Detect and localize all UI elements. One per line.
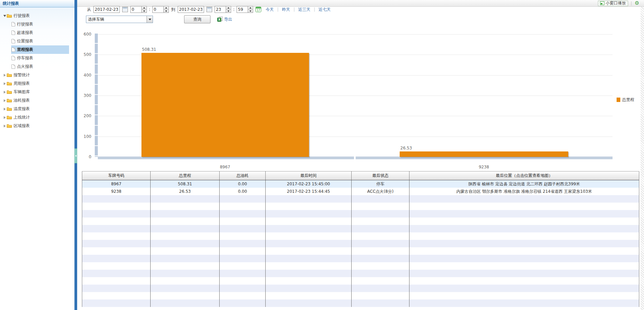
- quick-link-yesterday[interactable]: 昨天: [282, 7, 290, 13]
- chevron-right-icon[interactable]: [4, 116, 6, 119]
- chart-legend: 总里程: [617, 97, 634, 103]
- to-minute-down-button[interactable]: [248, 9, 253, 13]
- to-date-calendar-icon[interactable]: [206, 7, 212, 12]
- tree-folder-报警统计[interactable]: 报警统计: [0, 71, 74, 79]
- tree-folder-油耗报表[interactable]: 油耗报表: [0, 96, 74, 105]
- to-date-input[interactable]: [178, 6, 204, 13]
- table-cell: [266, 292, 352, 299]
- table-cell: [266, 255, 352, 262]
- table-cell: [151, 299, 220, 307]
- chevron-down-icon[interactable]: [3, 15, 6, 17]
- from-date-calendar-icon[interactable]: [122, 7, 128, 12]
- to-minute-up-button[interactable]: [248, 6, 253, 9]
- table-row-9238[interactable]: 923826.530.002017-02-23 15:44:45ACC点火(8分…: [82, 188, 639, 195]
- chevron-right-icon[interactable]: [4, 99, 6, 102]
- from-minute-up-button[interactable]: [164, 6, 169, 9]
- table-cell: 2017-02-23 15:44:45: [266, 188, 352, 195]
- export-button[interactable]: X 导出: [217, 17, 232, 22]
- legend-swatch: [617, 98, 620, 102]
- quick-link-last7days[interactable]: 近七天: [318, 7, 331, 13]
- table-cell: [352, 247, 409, 255]
- table-cell: [266, 203, 352, 210]
- category-label: 8967: [208, 165, 242, 169]
- gear-icon[interactable]: ⚙: [635, 1, 639, 6]
- table-cell: [220, 240, 266, 247]
- document-icon: [12, 47, 15, 52]
- table-cell: [151, 277, 220, 285]
- to-hour-up-button[interactable]: [226, 6, 231, 9]
- table-cell: [352, 195, 409, 203]
- sidebar-splitter[interactable]: [74, 0, 77, 310]
- bar-9238[interactable]: [400, 151, 568, 157]
- resize-strip[interactable]: [641, 7, 644, 310]
- chevron-right-icon[interactable]: [4, 125, 6, 127]
- small-window-play-button[interactable]: 小窗口播放: [598, 1, 628, 6]
- from-hour-up-button[interactable]: [142, 6, 147, 9]
- table-cell: [266, 210, 352, 218]
- from-date-input[interactable]: [93, 6, 120, 13]
- from-hour-input[interactable]: [130, 6, 142, 13]
- table-cell: [220, 285, 266, 292]
- table-cell: [266, 262, 352, 270]
- column-header: 最后时间: [266, 171, 352, 180]
- table-cell: [151, 203, 220, 210]
- table-cell: [220, 232, 266, 240]
- quick-link-last3days[interactable]: 近三天: [298, 7, 310, 13]
- y-axis-tick-label: 600: [79, 32, 91, 37]
- tree-leaf-超速报表[interactable]: 超速报表: [0, 28, 74, 37]
- category-label: 9238: [467, 165, 501, 169]
- time-colon: :: [233, 7, 235, 12]
- tree-leaf-停车报表[interactable]: 停车报表: [0, 54, 74, 62]
- empty-table-row: [82, 277, 639, 285]
- tree-folder-周期报表[interactable]: 周期报表: [0, 79, 74, 88]
- to-hour-down-button[interactable]: [226, 9, 231, 13]
- folder-icon: [7, 90, 12, 94]
- empty-table-row: [82, 195, 639, 203]
- last-position-cell[interactable]: 内蒙古自治区 鄂尔多斯市 准格尔旗 准格尔召镇 214省道西 王家梁东103米: [409, 188, 639, 195]
- table-cell: ACC点火(8分): [352, 188, 409, 195]
- empty-table-row: [82, 203, 639, 210]
- empty-table-row: [82, 262, 639, 270]
- tree-leaf-行驶报表[interactable]: 行驶报表: [0, 20, 74, 28]
- chevron-right-icon[interactable]: [4, 74, 6, 77]
- bar-8967[interactable]: [141, 53, 309, 157]
- table-cell: [82, 277, 151, 285]
- table-cell: [409, 270, 639, 277]
- tree-folder-温度报表[interactable]: 温度报表: [0, 105, 74, 113]
- vehicle-select-value: 选择车辆: [86, 17, 147, 22]
- tree-leaf-里程报表[interactable]: 里程报表: [0, 45, 74, 54]
- chevron-right-icon[interactable]: [4, 91, 6, 94]
- table-cell: [82, 195, 151, 203]
- empty-table-row: [82, 225, 639, 232]
- table-cell: 2017-02-23 15:45:00: [266, 180, 352, 188]
- quick-link-today[interactable]: 今天: [266, 7, 274, 13]
- chevron-right-icon[interactable]: [4, 108, 6, 110]
- table-cell: [151, 255, 220, 262]
- tree-leaf-位置报表[interactable]: 位置报表: [0, 37, 74, 45]
- from-minute-down-button[interactable]: [164, 9, 169, 13]
- table-cell: [352, 277, 409, 285]
- to-minute-input[interactable]: [237, 6, 248, 13]
- from-minute-input[interactable]: [152, 6, 164, 13]
- table-cell: [266, 225, 352, 232]
- to-hour-input[interactable]: [215, 6, 226, 13]
- from-hour-down-button[interactable]: [142, 9, 147, 13]
- vehicle-select[interactable]: 选择车辆: [86, 16, 153, 23]
- last-position-cell[interactable]: 陕西省 榆林市 定边县 定边街道 北二环西 赵园子村西北399米: [409, 180, 639, 188]
- tree-folder-行驶报表[interactable]: 行驶报表: [0, 12, 74, 20]
- collapse-grip-icon[interactable]: [74, 148, 77, 163]
- chart-x-axis: [98, 157, 354, 159]
- tree-folder-上线统计[interactable]: 上线统计: [0, 113, 74, 122]
- tree-folder-车辆图库[interactable]: 车辆图库: [0, 88, 74, 96]
- table-row-8967[interactable]: 8967508.310.002017-02-23 15:45:00停车陕西省 榆…: [82, 180, 639, 188]
- tree-folder-区域报表[interactable]: 区域报表: [0, 122, 74, 130]
- toolbar-separator: |: [631, 1, 632, 6]
- tree-leaf-点火报表[interactable]: 点火报表: [0, 62, 74, 71]
- quick-date-calendar-icon[interactable]: 17: [256, 7, 261, 12]
- query-button[interactable]: 查询: [184, 15, 210, 23]
- table-cell: [220, 218, 266, 225]
- legend-label: 总里程: [622, 97, 634, 103]
- date-filter-row: 从 : 到 : 17 今天 | 昨天: [77, 5, 333, 14]
- chevron-right-icon[interactable]: [4, 82, 6, 85]
- chevron-down-icon[interactable]: [147, 16, 153, 23]
